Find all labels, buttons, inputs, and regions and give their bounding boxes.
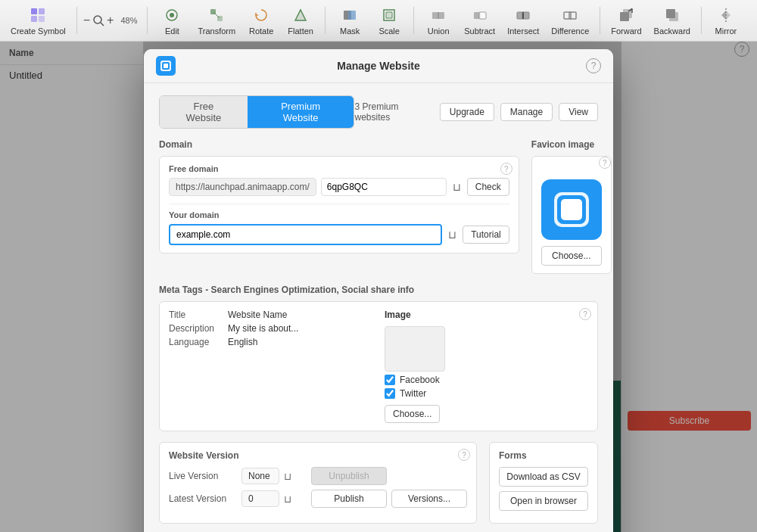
twitter-label: Twitter	[400, 388, 426, 399]
open-browser-button[interactable]: Open in browser	[499, 491, 588, 511]
forms-section: Forms Download as CSV Open in browser	[489, 442, 598, 524]
svg-rect-33	[561, 199, 582, 220]
favicon-box: ? Choose...	[531, 156, 612, 274]
domain-favicon-row: Domain ? Free domain https://launchpad.a…	[159, 139, 598, 274]
zoom-increase-icon[interactable]: +	[107, 14, 114, 27]
meta-title-label: Title	[169, 310, 222, 320]
svg-rect-2	[31, 16, 37, 22]
subtract-button[interactable]: Subtract	[459, 3, 500, 39]
subdomain-base: https://launchpad.animaapp.com/	[169, 178, 316, 196]
mask-button[interactable]: Mask	[332, 3, 368, 39]
domain-input[interactable]	[169, 224, 442, 245]
latest-version-link-icon[interactable]: ⊔	[284, 493, 307, 505]
download-csv-button[interactable]: Download as CSV	[499, 467, 588, 487]
live-version-link-icon[interactable]: ⊔	[284, 471, 307, 482]
flatten-icon	[291, 6, 310, 24]
meta-columns: Title Website Name Description My site i…	[169, 310, 588, 423]
mask-icon	[341, 6, 359, 24]
favicon-choose-button[interactable]: Choose...	[541, 246, 602, 266]
meta-desc-label: Description	[169, 323, 222, 334]
free-domain-label: Free domain	[169, 164, 509, 173]
favicon-preview	[541, 179, 602, 240]
meta-grid: Title Website Name Description My site i…	[169, 310, 372, 347]
rotate-button[interactable]: Rotate	[243, 3, 279, 39]
subdomain-input[interactable]	[321, 178, 447, 196]
modal-body: Free Website Premium Website 3 Premium w…	[144, 83, 613, 532]
flatten-button[interactable]: Flatten	[282, 3, 319, 39]
favicon-help-icon[interactable]: ?	[599, 157, 611, 169]
image-choose-button[interactable]: Choose...	[385, 405, 440, 423]
intersect-icon	[514, 6, 532, 24]
version-section-title: Website Version	[169, 450, 467, 461]
union-button[interactable]: Union	[420, 3, 456, 39]
upgrade-button[interactable]: Upgrade	[440, 103, 494, 121]
transform-button[interactable]: Transform	[193, 3, 240, 39]
difference-icon	[561, 6, 579, 24]
modal-header: Manage Website ?	[144, 49, 613, 83]
svg-rect-16	[479, 12, 486, 19]
difference-button[interactable]: Difference	[547, 3, 593, 39]
view-button[interactable]: View	[559, 103, 598, 121]
separator-6	[701, 7, 702, 34]
transform-icon	[207, 6, 226, 24]
separator-3	[325, 7, 326, 34]
modal-title: Manage Website	[337, 60, 419, 72]
latest-version-value: 0	[241, 490, 279, 507]
svg-rect-12	[348, 11, 356, 20]
meta-section: ? Title Website Name Description My site…	[159, 301, 598, 431]
modal-overlay: Manage Website ? Free Website Premium We…	[0, 42, 757, 532]
rotate-icon	[252, 6, 270, 24]
twitter-checkbox[interactable]	[385, 388, 395, 399]
image-label: Image	[385, 310, 588, 320]
zoom-control[interactable]: − +	[83, 14, 114, 27]
svg-rect-30	[164, 64, 168, 68]
separator-1	[76, 7, 77, 34]
intersect-button[interactable]: Intersect	[503, 3, 544, 39]
meta-desc-value: My site is about...	[228, 323, 372, 334]
zoom-level: 48%	[117, 16, 141, 25]
version-help-icon[interactable]: ?	[458, 449, 470, 461]
premium-bar: Free Website Premium Website 3 Premium w…	[159, 95, 598, 129]
meta-title-value: Website Name	[228, 310, 372, 320]
subdomain-row: https://launchpad.animaapp.com/ ⊔ Check	[169, 178, 509, 196]
tab-free-website[interactable]: Free Website	[160, 96, 248, 128]
facebook-checkbox-row: Facebook	[385, 375, 588, 385]
your-domain-label: Your domain	[169, 210, 509, 219]
backward-button[interactable]: Backward	[650, 3, 695, 39]
create-symbol-button[interactable]: Create Symbol	[6, 3, 70, 39]
meta-right-col: Image Facebook Twitter Choose...	[385, 310, 588, 423]
version-forms-row: ? Website Version Live Version None ⊔ Un…	[159, 442, 598, 524]
subdomain-link-icon[interactable]: ⊔	[451, 179, 463, 194]
separator-5	[600, 7, 600, 34]
premium-info: 3 Premium websites Upgrade Manage View	[354, 101, 598, 123]
domain-link-icon[interactable]: ⊔	[447, 227, 458, 242]
backward-icon	[663, 6, 681, 24]
meta-help-icon[interactable]: ?	[579, 308, 591, 320]
modal-help-button[interactable]: ?	[586, 58, 601, 73]
domain-help-icon[interactable]: ?	[500, 163, 512, 175]
mirror-icon	[717, 6, 735, 24]
mirror-button[interactable]: Mirror	[708, 3, 744, 39]
svg-rect-26	[669, 12, 678, 21]
scale-button[interactable]: Scale	[371, 3, 407, 39]
publish-button[interactable]: Publish	[311, 490, 387, 508]
live-version-label: Live Version	[169, 471, 237, 481]
modal-dialog: Manage Website ? Free Website Premium We…	[144, 49, 613, 532]
scale-icon	[380, 6, 398, 24]
zoom-icon	[92, 14, 105, 27]
svg-line-5	[101, 23, 104, 26]
edit-button[interactable]: Edit	[154, 3, 190, 39]
svg-rect-0	[31, 8, 37, 14]
tutorial-button[interactable]: Tutorial	[463, 226, 509, 244]
tab-premium-website[interactable]: Premium Website	[248, 96, 354, 128]
versions-button[interactable]: Versions...	[391, 490, 467, 508]
your-domain-row: ⊔ Tutorial	[169, 224, 509, 245]
facebook-checkbox[interactable]	[385, 375, 395, 385]
forward-button[interactable]: Forward	[606, 3, 646, 39]
manage-button[interactable]: Manage	[500, 103, 553, 121]
zoom-decrease-icon[interactable]: −	[83, 14, 90, 27]
unpublish-button[interactable]: Unpublish	[311, 467, 387, 485]
check-button[interactable]: Check	[467, 178, 509, 196]
edit-icon	[163, 6, 181, 24]
premium-count: 3 Premium websites	[354, 101, 433, 123]
